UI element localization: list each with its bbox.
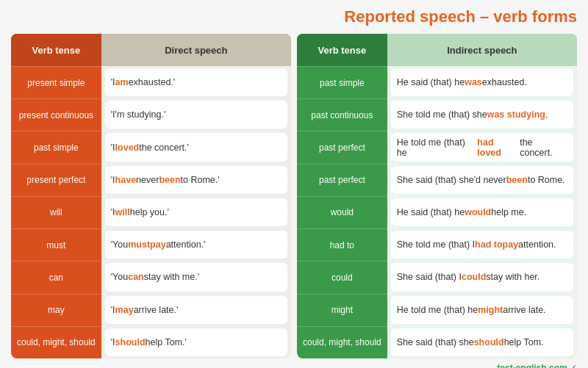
direct-speech-section: Verb tense present simple present contin…	[11, 34, 291, 358]
tense-present-perfect: present perfect	[11, 164, 101, 196]
verb-would: would	[465, 207, 491, 217]
tense-past-perfect-r1: past perfect	[297, 131, 387, 163]
verb-pay-2: pay	[503, 239, 519, 250]
verb-was-1: was	[465, 77, 482, 87]
tense-may: may	[11, 294, 101, 326]
indirect-row-1: He said (that) he was exhausted.	[391, 68, 573, 96]
verb-loved: loved	[115, 142, 140, 153]
tense-must: must	[11, 228, 101, 261]
direct-speech-col: Direct speech 'I am exhausted.' 'I'm stu…	[101, 34, 291, 358]
verb-should-2: should	[474, 337, 504, 347]
verb-must: must	[128, 239, 150, 250]
direct-row-8: 'I may arrive late.'	[105, 296, 287, 324]
direct-row-1: 'I am exhausted.'	[105, 68, 287, 96]
tense-can: can	[11, 261, 101, 293]
tense-past-simple-r: past simple	[297, 66, 387, 98]
indirect-row-3: He told me (that) he had loved the conce…	[391, 133, 573, 161]
indirect-row-2: She told me (that) she was studying.	[391, 101, 573, 129]
tense-present-continuous: present continuous	[11, 98, 101, 131]
verb-tense-col-right: Verb tense past simple past continuous p…	[297, 34, 387, 358]
tense-present-simple: present simple	[11, 66, 101, 98]
verb-should-1: should	[115, 337, 146, 347]
verb-may: may	[115, 305, 134, 315]
verb-been-1: been	[159, 175, 180, 185]
indirect-row-5: He said (that) he would help me.	[391, 198, 573, 226]
direct-row-3: 'I loved the concert.'	[105, 133, 287, 161]
direct-row-5: 'I will help you.'	[105, 198, 287, 226]
main-table: Verb tense present simple present contin…	[11, 34, 577, 358]
direct-row-7: 'You can stay with me.'	[105, 263, 287, 291]
tense-will: will	[11, 196, 101, 228]
indirect-row-7: She said (that) I could stay with her.	[391, 263, 573, 291]
indirect-speech-header: Indirect speech	[387, 34, 577, 66]
tense-could-might-should-r: could, might, should	[297, 326, 387, 358]
verb-pay-1: pay	[150, 239, 166, 250]
indirect-row-6: She told me (that) I had to pay attentio…	[391, 231, 573, 259]
verb-could: could	[462, 272, 486, 282]
tense-had-to-r: had to	[297, 228, 387, 261]
verb-had-to: had to	[475, 239, 503, 250]
verb-have: have	[115, 175, 137, 185]
indirect-row-4: She said (that) she'd never been to Rome…	[391, 166, 573, 194]
verb-tense-col-left: Verb tense present simple present contin…	[11, 34, 101, 358]
tense-would-r: would	[297, 196, 387, 228]
indirect-row-9: She said (that) she should help Tom.	[391, 328, 573, 356]
indirect-speech-section: Verb tense past simple past continuous p…	[297, 34, 577, 358]
direct-row-9: 'I should help Tom.'	[105, 328, 287, 356]
tense-past-perfect-r2: past perfect	[297, 164, 387, 196]
tense-might-r: might	[297, 294, 387, 326]
tense-could-r: could	[297, 261, 387, 293]
verb-might: might	[478, 305, 503, 315]
direct-row-2: 'I'm studying.'	[105, 101, 287, 129]
direct-row-4: 'I have never been to Rome.'	[105, 166, 287, 194]
tense-past-simple: past simple	[11, 131, 101, 163]
page-title: Reported speech – verb forms	[11, 7, 577, 26]
verb-tense-header-left: Verb tense	[11, 34, 101, 66]
indirect-speech-col: Indirect speech He said (that) he was ex…	[387, 34, 577, 358]
indirect-row-8: He told me (that) he might arrive late.	[391, 296, 573, 324]
verb-had-loved: had loved	[477, 137, 520, 158]
verb-am: am	[115, 77, 129, 87]
direct-speech-header: Direct speech	[101, 34, 291, 66]
footer-tld: .com	[547, 363, 567, 368]
verb-tense-header-right: Verb tense	[297, 34, 387, 66]
footer: test-english.com ✓	[11, 363, 577, 368]
verb-was-studying: was studying	[487, 109, 545, 120]
verb-been-2: been	[506, 175, 528, 185]
footer-brand: test-english	[497, 363, 546, 368]
tense-could-might-should: could, might, should	[11, 326, 101, 358]
direct-row-6: 'You must pay attention.'	[105, 231, 287, 259]
verb-can: can	[128, 272, 144, 282]
verb-will: will	[115, 207, 130, 217]
tense-past-continuous-r: past continuous	[297, 98, 387, 131]
